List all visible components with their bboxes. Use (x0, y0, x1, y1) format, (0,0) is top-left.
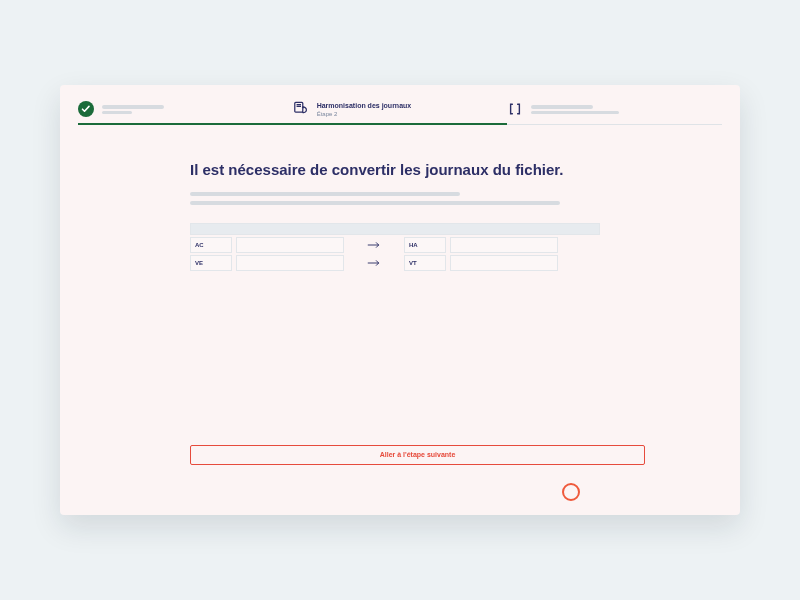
step-3-sub-placeholder (531, 111, 619, 114)
step-1[interactable] (78, 95, 293, 123)
next-step-button[interactable]: Aller à l'étape suivante (190, 445, 645, 465)
src-code-cell[interactable]: AC (190, 237, 232, 253)
step-3[interactable] (507, 95, 722, 123)
cursor-highlight-icon (562, 483, 580, 501)
desc-placeholder-2 (190, 201, 560, 205)
tgt-name-cell[interactable] (450, 237, 558, 253)
arrow-icon (348, 241, 400, 249)
check-circle-icon (78, 101, 94, 117)
step-1-title-placeholder (102, 105, 164, 109)
tgt-code-cell[interactable]: VT (404, 255, 446, 271)
page-title: Il est nécessaire de convertir les journ… (190, 161, 650, 178)
table-row: VE VT (190, 255, 600, 271)
mapping-table: AC HA VE VT (190, 223, 600, 271)
desc-placeholder-1 (190, 192, 460, 196)
wizard-card: Harmonisation des journaux Étape 2 Il es… (60, 85, 740, 515)
main-content: Il est nécessaire de convertir les journ… (60, 133, 740, 271)
brackets-icon (507, 101, 523, 117)
tgt-code-cell[interactable]: HA (404, 237, 446, 253)
step-2-subtitle: Étape 2 (317, 111, 412, 117)
step-1-sub-placeholder (102, 111, 132, 114)
src-name-cell[interactable] (236, 237, 344, 253)
mapping-table-header (190, 223, 600, 235)
sync-doc-icon (293, 101, 309, 117)
step-3-title-placeholder (531, 105, 593, 109)
stepper: Harmonisation des journaux Étape 2 (60, 85, 740, 133)
svg-rect-1 (294, 102, 302, 112)
src-code-cell[interactable]: VE (190, 255, 232, 271)
src-name-cell[interactable] (236, 255, 344, 271)
step-2-title: Harmonisation des journaux (317, 102, 412, 109)
table-row: AC HA (190, 237, 600, 253)
tgt-name-cell[interactable] (450, 255, 558, 271)
step-2[interactable]: Harmonisation des journaux Étape 2 (293, 95, 508, 123)
arrow-icon (348, 259, 400, 267)
